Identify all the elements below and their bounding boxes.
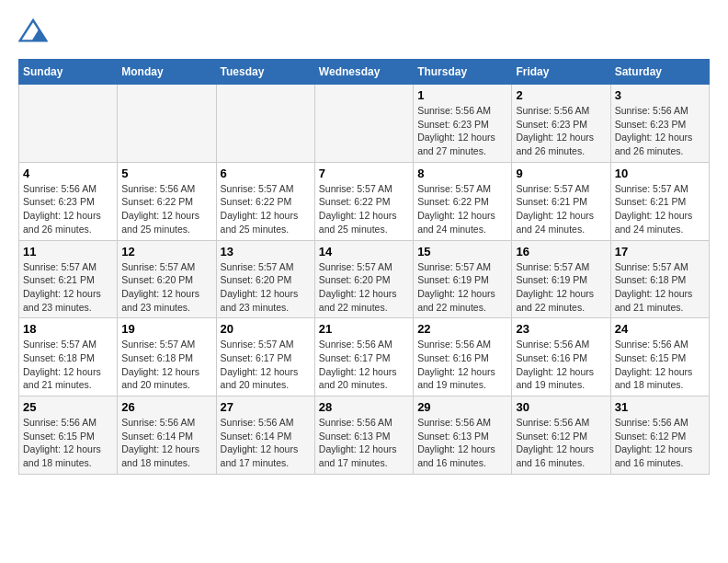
day-info: Sunrise: 5:57 AM Sunset: 6:22 PM Dayligh… [221,182,311,236]
day-number: 5 [121,167,211,180]
week-row: 4Sunrise: 5:56 AM Sunset: 6:23 PM Daylig… [19,162,710,240]
calendar-cell: 30Sunrise: 5:56 AM Sunset: 6:12 PM Dayli… [512,396,610,475]
calendar-cell: 17Sunrise: 5:57 AM Sunset: 6:18 PM Dayli… [610,240,709,318]
calendar-cell: 5Sunrise: 5:56 AM Sunset: 6:22 PM Daylig… [118,162,216,240]
day-info: Sunrise: 5:56 AM Sunset: 6:16 PM Dayligh… [516,338,606,392]
day-info: Sunrise: 5:57 AM Sunset: 6:20 PM Dayligh… [221,260,311,315]
calendar-header: SundayMondayTuesdayWednesdayThursdayFrid… [19,60,710,85]
day-info: Sunrise: 5:56 AM Sunset: 6:23 PM Dayligh… [615,104,705,158]
calendar-cell [19,85,118,163]
day-info: Sunrise: 5:56 AM Sunset: 6:16 PM Dayligh… [417,338,507,392]
calendar-cell: 1Sunrise: 5:56 AM Sunset: 6:23 PM Daylig… [414,85,512,163]
day-info: Sunrise: 5:57 AM Sunset: 6:21 PM Dayligh… [615,182,705,236]
calendar-cell: 8Sunrise: 5:57 AM Sunset: 6:22 PM Daylig… [414,162,512,240]
calendar-cell: 10Sunrise: 5:57 AM Sunset: 6:21 PM Dayli… [610,162,709,240]
day-number: 21 [319,322,409,336]
day-number: 29 [417,400,507,414]
day-number: 13 [221,245,311,259]
calendar-cell: 4Sunrise: 5:56 AM Sunset: 6:23 PM Daylig… [19,162,118,240]
day-info: Sunrise: 5:57 AM Sunset: 6:20 PM Dayligh… [121,260,211,315]
day-number: 1 [417,88,507,102]
week-row: 18Sunrise: 5:57 AM Sunset: 6:18 PM Dayli… [19,318,710,396]
calendar-cell: 12Sunrise: 5:57 AM Sunset: 6:20 PM Dayli… [118,240,216,318]
week-row: 25Sunrise: 5:56 AM Sunset: 6:15 PM Dayli… [19,396,710,475]
day-info: Sunrise: 5:56 AM Sunset: 6:23 PM Dayligh… [516,104,606,158]
day-info: Sunrise: 5:56 AM Sunset: 6:12 PM Dayligh… [516,416,606,470]
column-header-friday: Friday [512,60,610,85]
column-header-saturday: Saturday [610,60,709,85]
day-number: 18 [23,322,113,336]
day-info: Sunrise: 5:57 AM Sunset: 6:20 PM Dayligh… [319,260,409,315]
week-row: 1Sunrise: 5:56 AM Sunset: 6:23 PM Daylig… [19,85,710,163]
day-info: Sunrise: 5:57 AM Sunset: 6:22 PM Dayligh… [417,182,507,236]
day-info: Sunrise: 5:56 AM Sunset: 6:23 PM Dayligh… [23,182,113,236]
day-number: 10 [615,167,705,180]
day-number: 30 [516,400,606,414]
day-number: 6 [221,167,311,180]
calendar-cell: 29Sunrise: 5:56 AM Sunset: 6:13 PM Dayli… [414,396,512,475]
day-number: 19 [121,322,211,336]
header-row: SundayMondayTuesdayWednesdayThursdayFrid… [19,60,710,85]
calendar-cell: 13Sunrise: 5:57 AM Sunset: 6:20 PM Dayli… [216,240,314,318]
calendar-cell: 24Sunrise: 5:56 AM Sunset: 6:15 PM Dayli… [610,318,709,396]
day-info: Sunrise: 5:56 AM Sunset: 6:14 PM Dayligh… [121,416,211,470]
calendar-cell: 23Sunrise: 5:56 AM Sunset: 6:16 PM Dayli… [512,318,610,396]
calendar-cell [216,85,314,163]
day-number: 3 [615,88,705,102]
calendar-cell: 7Sunrise: 5:57 AM Sunset: 6:22 PM Daylig… [314,162,413,240]
day-info: Sunrise: 5:57 AM Sunset: 6:18 PM Dayligh… [23,338,113,392]
calendar-cell: 14Sunrise: 5:57 AM Sunset: 6:20 PM Dayli… [314,240,413,318]
calendar-cell [314,85,413,163]
day-info: Sunrise: 5:56 AM Sunset: 6:23 PM Dayligh… [417,104,507,158]
calendar-cell: 31Sunrise: 5:56 AM Sunset: 6:12 PM Dayli… [610,396,709,475]
calendar-table: SundayMondayTuesdayWednesdayThursdayFrid… [18,59,710,475]
day-number: 26 [121,400,211,414]
logo [18,18,51,44]
day-number: 17 [615,245,705,259]
day-number: 16 [516,245,606,259]
day-info: Sunrise: 5:57 AM Sunset: 6:22 PM Dayligh… [319,182,409,236]
calendar-cell: 20Sunrise: 5:57 AM Sunset: 6:17 PM Dayli… [216,318,314,396]
column-header-tuesday: Tuesday [216,60,314,85]
day-info: Sunrise: 5:56 AM Sunset: 6:14 PM Dayligh… [221,416,311,470]
day-number: 31 [615,400,705,414]
calendar-cell: 9Sunrise: 5:57 AM Sunset: 6:21 PM Daylig… [512,162,610,240]
day-info: Sunrise: 5:56 AM Sunset: 6:15 PM Dayligh… [23,416,113,470]
day-number: 25 [23,400,113,414]
day-info: Sunrise: 5:57 AM Sunset: 6:17 PM Dayligh… [221,338,311,392]
calendar-cell: 18Sunrise: 5:57 AM Sunset: 6:18 PM Dayli… [19,318,118,396]
page-header [18,18,710,44]
day-number: 4 [23,167,113,180]
day-number: 23 [516,322,606,336]
calendar-cell: 26Sunrise: 5:56 AM Sunset: 6:14 PM Dayli… [118,396,216,475]
day-number: 11 [23,245,113,259]
calendar-cell: 11Sunrise: 5:57 AM Sunset: 6:21 PM Dayli… [19,240,118,318]
calendar-cell: 15Sunrise: 5:57 AM Sunset: 6:19 PM Dayli… [414,240,512,318]
day-info: Sunrise: 5:56 AM Sunset: 6:13 PM Dayligh… [319,416,409,470]
day-number: 9 [516,167,606,180]
day-info: Sunrise: 5:57 AM Sunset: 6:18 PM Dayligh… [615,260,705,315]
calendar-cell: 25Sunrise: 5:56 AM Sunset: 6:15 PM Dayli… [19,396,118,475]
day-info: Sunrise: 5:56 AM Sunset: 6:22 PM Dayligh… [121,182,211,236]
calendar-cell: 21Sunrise: 5:56 AM Sunset: 6:17 PM Dayli… [314,318,413,396]
day-number: 27 [221,400,311,414]
svg-marker-1 [31,29,46,41]
day-number: 28 [319,400,409,414]
day-info: Sunrise: 5:57 AM Sunset: 6:18 PM Dayligh… [121,338,211,392]
day-number: 15 [417,245,507,259]
day-number: 20 [221,322,311,336]
calendar-cell: 27Sunrise: 5:56 AM Sunset: 6:14 PM Dayli… [216,396,314,475]
calendar-cell [118,85,216,163]
column-header-wednesday: Wednesday [314,60,413,85]
calendar-cell: 2Sunrise: 5:56 AM Sunset: 6:23 PM Daylig… [512,85,610,163]
calendar-body: 1Sunrise: 5:56 AM Sunset: 6:23 PM Daylig… [19,85,710,475]
day-info: Sunrise: 5:56 AM Sunset: 6:13 PM Dayligh… [417,416,507,470]
day-info: Sunrise: 5:56 AM Sunset: 6:15 PM Dayligh… [615,338,705,392]
day-number: 22 [417,322,507,336]
column-header-thursday: Thursday [414,60,512,85]
day-info: Sunrise: 5:57 AM Sunset: 6:19 PM Dayligh… [417,260,507,315]
calendar-cell: 22Sunrise: 5:56 AM Sunset: 6:16 PM Dayli… [414,318,512,396]
day-info: Sunrise: 5:57 AM Sunset: 6:19 PM Dayligh… [516,260,606,315]
day-number: 12 [121,245,211,259]
day-number: 14 [319,245,409,259]
